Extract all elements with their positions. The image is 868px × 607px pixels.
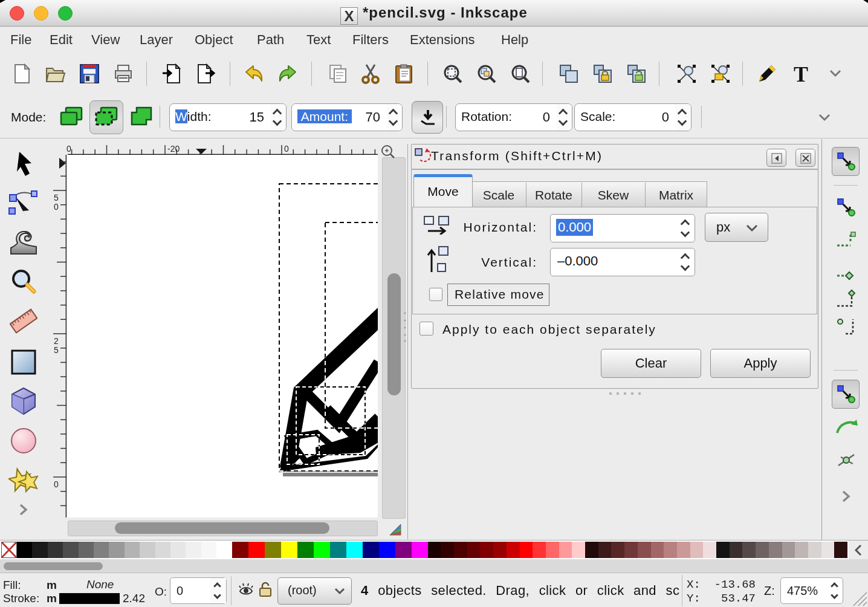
svg-text:-20: -20 <box>167 144 180 154</box>
svg-text:0: 0 <box>284 144 289 154</box>
svg-text:5: 5 <box>54 193 59 203</box>
svg-text:0: 0 <box>66 144 71 154</box>
svg-text:T: T <box>794 63 808 84</box>
svg-text:2: 2 <box>54 336 59 346</box>
svg-text:0: 0 <box>54 202 59 212</box>
svg-text:5: 5 <box>54 345 59 355</box>
svg-text:0: 0 <box>54 479 59 489</box>
